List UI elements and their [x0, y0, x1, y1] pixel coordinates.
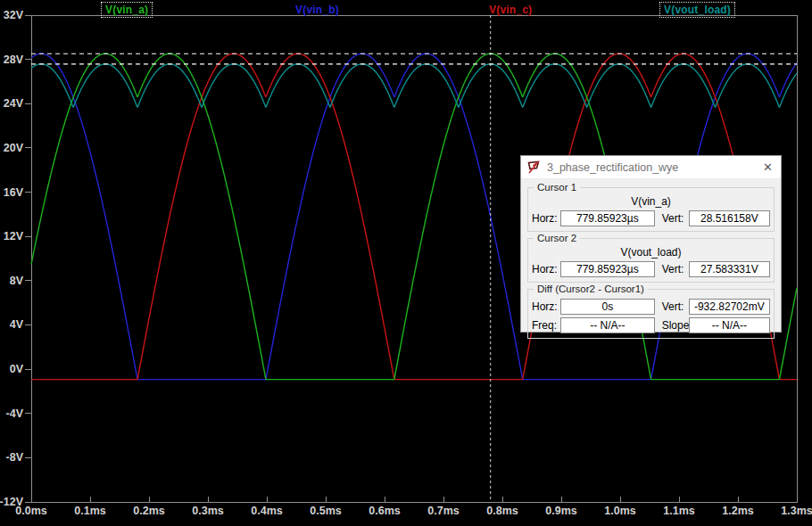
- x-axis-tick-label: 0.6ms: [369, 505, 400, 517]
- y-axis-tick-label: 24V: [4, 97, 24, 110]
- diff-freq-label: Freq:: [532, 319, 560, 332]
- cursor2-horz-label: Horz:: [532, 263, 560, 275]
- cursor1-horz-field[interactable]: 779.85923µs: [560, 210, 655, 226]
- cursor1-vert-label: Vert:: [662, 212, 689, 225]
- cursor2-group: Cursor 2 V(vout_load) Horz: 779.85923µs …: [527, 238, 775, 283]
- y-axis-tick-label: 4V: [10, 318, 24, 331]
- close-icon[interactable]: ✕: [760, 160, 775, 174]
- cursor2-heading: Cursor 2: [534, 232, 580, 244]
- trace-vout_load: [31, 64, 797, 107]
- diff-vert-field[interactable]: -932.82702mV: [689, 299, 770, 315]
- cursor2-horz-field[interactable]: 779.85923µs: [560, 261, 655, 277]
- x-axis-tick-label: 0.7ms: [427, 505, 459, 517]
- x-axis-tick-label: 0.1ms: [74, 505, 105, 517]
- x-axis-tick-label: 0.5ms: [310, 505, 341, 517]
- y-axis-tick-label: 0V: [10, 363, 24, 375]
- legend-item-Vvin_c[interactable]: V(vin_c): [485, 2, 536, 18]
- dialog-title: 3_phase_rectification_wye: [547, 161, 760, 174]
- cursor1-trace-name: V(vin_a): [532, 195, 770, 208]
- diff-group: Diff (Cursor2 - Cursor1) Horz: 0s Vert: …: [527, 289, 775, 339]
- y-axis-tick-label: 32V: [4, 9, 24, 21]
- x-axis-tick-label: 1.0ms: [604, 505, 635, 517]
- cursor2-vert-field[interactable]: 27.583331V: [689, 261, 770, 277]
- x-axis-tick-label: 0.9ms: [545, 505, 576, 517]
- diff-slope-label: Slope:: [662, 319, 689, 332]
- x-axis-tick-label: 1.1ms: [663, 505, 694, 517]
- diff-heading: Diff (Cursor2 - Cursor1): [534, 283, 648, 295]
- cursor1-heading: Cursor 1: [534, 181, 580, 193]
- cursor-dialog: 3_phase_rectification_wye ✕ Cursor 1 V(v…: [520, 155, 782, 333]
- diff-horz-label: Horz:: [532, 300, 560, 313]
- y-axis-tick-label: 16V: [4, 186, 24, 199]
- ltspice-icon: [526, 160, 542, 175]
- legend-item-Vvin_a[interactable]: V(vin_a): [101, 2, 153, 18]
- y-axis-tick-label: 12V: [4, 230, 24, 242]
- diff-slope-field[interactable]: -- N/A--: [689, 317, 770, 333]
- x-axis-tick-label: 0.8ms: [486, 505, 518, 517]
- diff-vert-label: Vert:: [662, 300, 689, 313]
- x-axis-tick-label: 1.2ms: [722, 505, 753, 517]
- y-axis-tick-label: 28V: [4, 53, 24, 66]
- y-axis-tick-label: 20V: [4, 142, 24, 154]
- y-axis-tick-label: -8V: [6, 451, 24, 464]
- y-axis-tick-label: -4V: [6, 407, 24, 420]
- x-axis-tick-label: 0.4ms: [251, 505, 282, 517]
- diff-horz-field[interactable]: 0s: [560, 299, 655, 315]
- x-axis-tick-label: 1.3ms: [781, 505, 812, 517]
- dialog-titlebar[interactable]: 3_phase_rectification_wye ✕: [521, 156, 781, 179]
- cursor1-vert-field[interactable]: 28.516158V: [689, 210, 770, 226]
- x-axis-tick-label: 0.3ms: [192, 505, 223, 517]
- x-axis-tick-label: 0.2ms: [133, 505, 164, 517]
- legend-item-Vvin_b[interactable]: V(vin_b): [291, 2, 344, 18]
- diff-freq-field[interactable]: -- N/A--: [560, 317, 655, 333]
- cursor1-horz-label: Horz:: [532, 212, 560, 225]
- dialog-body: Cursor 1 V(vin_a) Horz: 779.85923µs Vert…: [521, 179, 781, 339]
- cursor2-trace-name: V(vout_load): [532, 246, 770, 259]
- y-axis-tick-label: 8V: [10, 275, 24, 287]
- x-axis-tick-label: 0.0ms: [15, 505, 46, 517]
- cursor1-group: Cursor 1 V(vin_a) Horz: 779.85923µs Vert…: [527, 187, 775, 232]
- legend-item-Vvout_load[interactable]: V(vout_load): [659, 2, 735, 18]
- cursor2-vert-label: Vert:: [662, 263, 689, 275]
